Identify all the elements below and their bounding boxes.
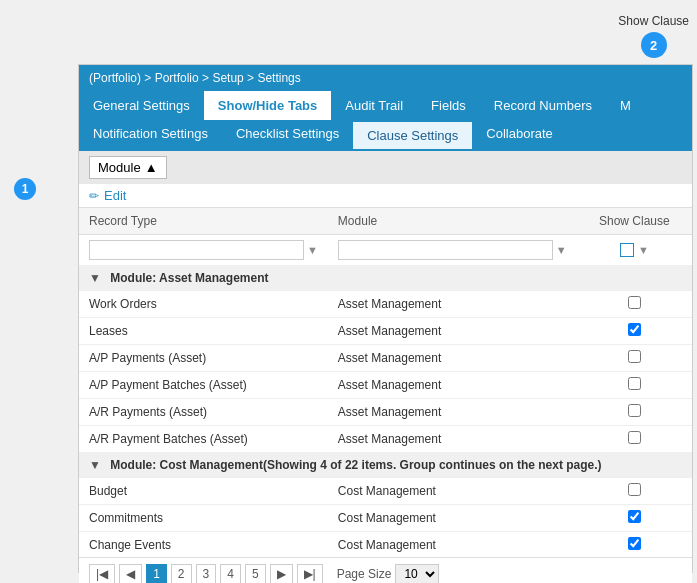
col-show-clause: Show Clause	[577, 208, 692, 235]
module-dropdown[interactable]: Module ▲	[89, 156, 167, 179]
page-prev-btn[interactable]: ◀	[119, 564, 142, 583]
table-row: A/R Payments (Asset) Asset Management	[79, 399, 692, 426]
table-wrapper: Record Type Module Show Clause ▼	[79, 208, 692, 557]
record-type-filter-icon[interactable]: ▼	[307, 244, 318, 256]
group-header-row: ▼ Module: Asset Management	[79, 266, 692, 291]
module-cell: Asset Management	[328, 345, 577, 372]
record-type-cell: A/P Payments (Asset)	[79, 345, 328, 372]
page-size-select[interactable]: 10 25 50	[395, 564, 439, 583]
module-cell: Asset Management	[328, 318, 577, 345]
page-size-label: Page Size	[337, 567, 392, 581]
record-type-filter-cell: ▼	[89, 240, 318, 260]
page-3-btn[interactable]: 3	[196, 564, 217, 583]
table-row: Leases Asset Management	[79, 318, 692, 345]
module-cell: Cost Management	[328, 505, 577, 532]
page-4-btn[interactable]: 4	[220, 564, 241, 583]
module-filter-icon[interactable]: ▼	[556, 244, 567, 256]
record-type-cell: A/R Payments (Asset)	[79, 399, 328, 426]
page-first-btn[interactable]: |◀	[89, 564, 115, 583]
col-record-type: Record Type	[79, 208, 328, 235]
module-bar: Module ▲	[79, 151, 692, 184]
table-row: Work Orders Asset Management	[79, 291, 692, 318]
show-clause-checkbox[interactable]	[628, 377, 641, 390]
module-filter-cell: ▼	[338, 240, 567, 260]
group-header-cell: ▼ Module: Asset Management	[79, 266, 692, 291]
show-clause-cell	[577, 399, 692, 426]
collapse-arrow[interactable]: ▼	[89, 458, 101, 472]
module-cell: Asset Management	[328, 291, 577, 318]
module-cell: Asset Management	[328, 426, 577, 453]
show-clause-checkbox[interactable]	[628, 483, 641, 496]
breadcrumb: (Portfolio) > Portfolio > Setup > Settin…	[79, 65, 692, 91]
show-clause-cell	[577, 478, 692, 505]
tab-audit-trail[interactable]: Audit Trail	[331, 91, 417, 120]
show-clause-checkbox[interactable]	[628, 537, 641, 550]
table-row: A/P Payments (Asset) Asset Management	[79, 345, 692, 372]
show-clause-filter-icon[interactable]: ▼	[638, 244, 649, 256]
show-clause-top: Show Clause 2	[618, 14, 689, 58]
module-dropdown-arrow: ▲	[145, 160, 158, 175]
module-cell: Asset Management	[328, 399, 577, 426]
record-type-cell: Leases	[79, 318, 328, 345]
record-type-cell: A/P Payment Batches (Asset)	[79, 372, 328, 399]
show-clause-cell	[577, 532, 692, 558]
show-clause-cell	[577, 426, 692, 453]
edit-number-badge: 1	[14, 178, 36, 200]
show-clause-checkbox[interactable]	[628, 296, 641, 309]
tab-more[interactable]: M	[606, 91, 645, 120]
module-cell: Cost Management	[328, 478, 577, 505]
pagination-bar: |◀ ◀ 1 2 3 4 5 ▶ ▶| Page Size 10 25 50	[79, 557, 692, 583]
record-type-cell: Change Events	[79, 532, 328, 558]
table-row: A/P Payment Batches (Asset) Asset Manage…	[79, 372, 692, 399]
group-header-cell: ▼ Module: Cost Management(Showing 4 of 2…	[79, 453, 692, 478]
record-type-cell: Work Orders	[79, 291, 328, 318]
record-type-cell: Budget	[79, 478, 328, 505]
show-clause-filter-square[interactable]	[620, 243, 634, 257]
content-area: Module ▲ ✏ Edit Record Type Module Show …	[79, 151, 692, 583]
page-2-btn[interactable]: 2	[171, 564, 192, 583]
show-clause-checkbox[interactable]	[628, 404, 641, 417]
main-container: (Portfolio) > Portfolio > Setup > Settin…	[78, 64, 693, 573]
edit-label: Edit	[104, 188, 126, 203]
show-clause-top-label: Show Clause	[618, 14, 689, 28]
show-clause-cell	[577, 291, 692, 318]
page-wrapper: Show Clause 2 1 (Portfolio) > Portfolio …	[0, 0, 697, 583]
show-clause-filter-cell: ▼	[587, 243, 682, 257]
show-clause-checkbox[interactable]	[628, 510, 641, 523]
show-clause-badge: 2	[641, 32, 667, 58]
group-header-row: ▼ Module: Cost Management(Showing 4 of 2…	[79, 453, 692, 478]
data-table: Record Type Module Show Clause ▼	[79, 208, 692, 557]
tab-notification-settings[interactable]: Notification Settings	[79, 120, 222, 149]
tab-row-2: Notification Settings Checklist Settings…	[79, 120, 692, 151]
show-clause-cell	[577, 505, 692, 532]
tab-row-1: General Settings Show/Hide Tabs Audit Tr…	[79, 91, 692, 120]
table-row: Commitments Cost Management	[79, 505, 692, 532]
page-1-btn[interactable]: 1	[146, 564, 167, 583]
tab-clause-settings[interactable]: Clause Settings	[353, 120, 472, 149]
show-clause-cell	[577, 318, 692, 345]
tab-fields[interactable]: Fields	[417, 91, 480, 120]
table-row: Budget Cost Management	[79, 478, 692, 505]
table-row: Change Events Cost Management	[79, 532, 692, 558]
show-clause-cell	[577, 372, 692, 399]
record-type-cell: Commitments	[79, 505, 328, 532]
show-clause-checkbox[interactable]	[628, 323, 641, 336]
module-dropdown-label: Module	[98, 160, 141, 175]
page-last-btn[interactable]: ▶|	[297, 564, 323, 583]
collapse-arrow[interactable]: ▼	[89, 271, 101, 285]
record-type-cell: A/R Payment Batches (Asset)	[79, 426, 328, 453]
show-clause-checkbox[interactable]	[628, 350, 641, 363]
tab-show-hide-tabs[interactable]: Show/Hide Tabs	[204, 91, 331, 120]
tab-general-settings[interactable]: General Settings	[79, 91, 204, 120]
tab-collaborate[interactable]: Collaborate	[472, 120, 567, 149]
show-clause-checkbox[interactable]	[628, 431, 641, 444]
module-filter-input[interactable]	[338, 240, 553, 260]
show-clause-cell	[577, 345, 692, 372]
tab-record-numbers[interactable]: Record Numbers	[480, 91, 606, 120]
tab-checklist-settings[interactable]: Checklist Settings	[222, 120, 353, 149]
breadcrumb-text: (Portfolio) > Portfolio > Setup > Settin…	[89, 71, 301, 85]
edit-row[interactable]: ✏ Edit	[79, 184, 692, 208]
page-next-btn[interactable]: ▶	[270, 564, 293, 583]
record-type-filter-input[interactable]	[89, 240, 304, 260]
page-5-btn[interactable]: 5	[245, 564, 266, 583]
